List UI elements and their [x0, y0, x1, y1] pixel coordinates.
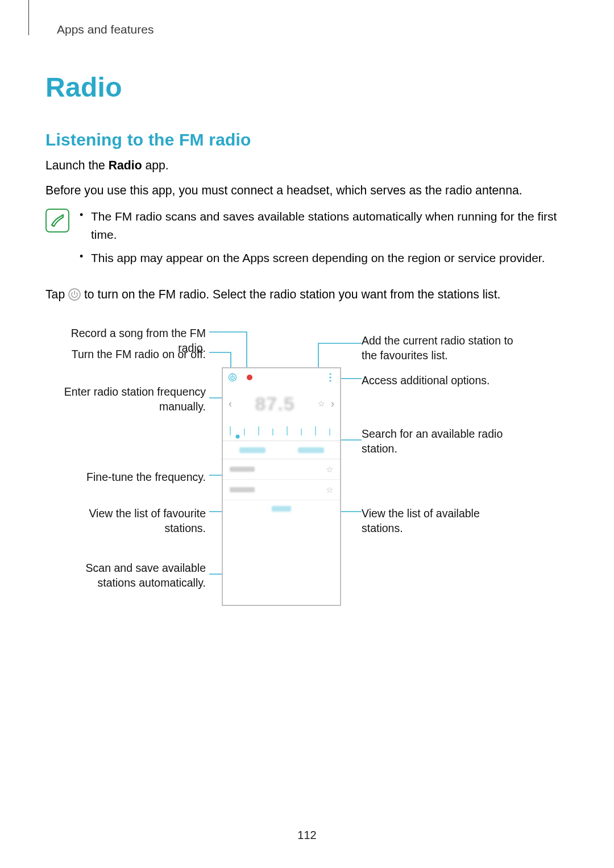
- paragraph-launch: Launch the Radio app.: [45, 156, 569, 175]
- annotated-diagram: Record a song from the FM radio. Turn th…: [45, 323, 569, 624]
- document-page: Apps and features Radio Listening to the…: [0, 0, 614, 868]
- station-row: ☆: [223, 480, 340, 500]
- star-outline-icon: ☆: [318, 399, 325, 408]
- tab-stations: [281, 441, 340, 459]
- svg-line-0: [52, 225, 54, 226]
- bold-app-name: Radio: [109, 159, 142, 172]
- page-number: 112: [0, 829, 614, 842]
- star-outline-icon: ☆: [326, 485, 333, 495]
- svg-point-4: [329, 373, 331, 375]
- svg-point-6: [329, 380, 331, 382]
- paragraph-tap: Tap to turn on the FM radio. Select the …: [45, 285, 569, 306]
- note-bullet: This app may appear on the Apps screen d…: [80, 249, 569, 267]
- frequency-row: ‹ 87.5 ☆ ›: [223, 387, 340, 421]
- phone-mockup: ‹ 87.5 ☆ ›: [222, 367, 341, 606]
- tab-favourites: [223, 441, 281, 459]
- section-header: Apps and features: [57, 23, 569, 36]
- text-fragment: Tap: [45, 288, 68, 301]
- station-label: [230, 487, 255, 492]
- page-left-rule: [28, 0, 29, 35]
- text-fragment: to turn on the FM radio. Select the radi…: [81, 288, 500, 301]
- power-icon: [68, 288, 81, 306]
- phone-topbar: [223, 368, 340, 387]
- power-icon: [227, 372, 238, 383]
- scan-label: [272, 506, 291, 512]
- tab-row: [223, 441, 340, 459]
- svg-point-5: [329, 377, 331, 379]
- paragraph-headset: Before you use this app, you must connec…: [45, 181, 569, 200]
- svg-point-15: [236, 435, 240, 439]
- station-row: ☆: [223, 459, 340, 480]
- frequency-value: 87.5: [255, 393, 294, 415]
- note-icon: [45, 209, 69, 232]
- more-icon: [325, 372, 335, 383]
- scan-button-row: [223, 500, 340, 517]
- text-fragment: Launch the: [45, 159, 109, 172]
- text-fragment: app.: [142, 159, 169, 172]
- frequency-ruler: [223, 421, 340, 441]
- chevron-left-icon: ‹: [229, 398, 232, 410]
- record-icon: [244, 372, 255, 383]
- subheading: Listening to the FM radio: [45, 130, 569, 149]
- page-title: Radio: [45, 72, 569, 103]
- note-bullets: The FM radio scans and saves available s…: [80, 207, 569, 273]
- star-outline-icon: ☆: [326, 464, 333, 475]
- chevron-right-icon: ›: [331, 398, 334, 410]
- note-block: The FM radio scans and saves available s…: [45, 207, 569, 273]
- note-bullet: The FM radio scans and saves available s…: [80, 207, 569, 243]
- station-label: [230, 467, 255, 472]
- svg-point-3: [247, 375, 252, 380]
